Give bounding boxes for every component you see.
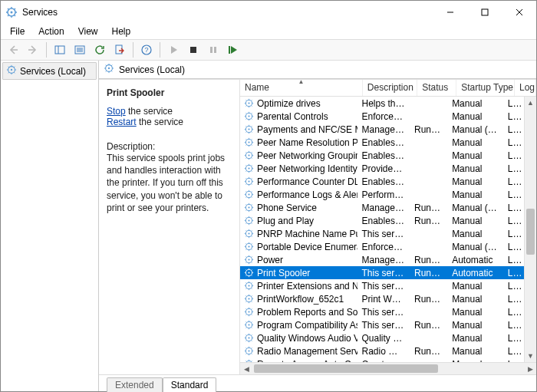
svg-point-54 xyxy=(248,298,249,299)
export-button[interactable] xyxy=(110,41,129,58)
service-row[interactable]: Performance Logs & AlertsPerformanc...Ma… xyxy=(240,188,524,201)
svg-point-46 xyxy=(248,245,249,247)
service-row[interactable]: Quality Windows Audio Vid...Quality Win.… xyxy=(240,331,524,344)
svg-point-34 xyxy=(248,167,249,169)
service-logon: Loc xyxy=(503,176,524,187)
service-row[interactable]: Parental ControlsEnforces pa...ManualLoc xyxy=(240,110,524,123)
service-row[interactable]: Payments and NFC/SE Man...Manages pa...R… xyxy=(240,123,524,136)
service-row[interactable]: Plug and PlayEnables a c...RunningManual… xyxy=(240,214,524,227)
svg-point-56 xyxy=(248,311,249,312)
gear-icon xyxy=(243,281,254,292)
scroll-down-icon[interactable]: ▼ xyxy=(525,350,536,362)
col-description[interactable]: Description xyxy=(363,80,417,96)
service-row[interactable]: PNRP Machine Name Publi...This service .… xyxy=(240,227,524,240)
restart-suffix: the service xyxy=(137,117,183,127)
pause-service-button[interactable] xyxy=(204,41,222,58)
col-logon[interactable]: Log xyxy=(515,80,536,96)
service-row[interactable]: Print SpoolerThis service ...RunningAuto… xyxy=(240,266,524,279)
svg-rect-16 xyxy=(210,47,212,53)
minimize-button[interactable] xyxy=(433,2,467,23)
service-row[interactable]: Printer Extensions and Notif...This serv… xyxy=(240,279,524,292)
svg-point-32 xyxy=(248,154,249,156)
tab-standard[interactable]: Standard xyxy=(163,377,217,392)
col-startup[interactable]: Startup Type xyxy=(456,80,515,96)
service-desc: Quality Win... xyxy=(357,333,410,344)
svg-point-48 xyxy=(248,259,249,260)
svg-point-40 xyxy=(248,206,249,208)
scroll-left-icon[interactable]: ◀ xyxy=(240,363,252,374)
restart-service-link[interactable]: Restart xyxy=(107,117,137,127)
scroll-thumb[interactable] xyxy=(254,364,438,373)
gear-icon xyxy=(243,111,254,122)
service-desc: Radio Mana... xyxy=(357,346,410,357)
service-name: Radio Management Service xyxy=(257,346,357,357)
service-desc: Helps the c... xyxy=(357,98,410,109)
service-row[interactable]: Peer Networking Identity M...Provides id… xyxy=(240,162,524,175)
service-row[interactable]: Program Compatibility Assi...This servic… xyxy=(240,318,524,331)
forward-button[interactable] xyxy=(24,41,42,58)
help-button[interactable]: ? xyxy=(137,41,156,58)
maximize-button[interactable] xyxy=(467,2,502,23)
service-row[interactable]: Peer Name Resolution Prot...Enables serv… xyxy=(240,136,524,149)
menu-view[interactable]: View xyxy=(72,25,104,38)
service-row[interactable]: Radio Management ServiceRadio Mana...Run… xyxy=(240,344,524,357)
properties-button[interactable] xyxy=(71,41,89,58)
list-scroll[interactable]: Optimize drivesHelps the c...ManualLocPa… xyxy=(240,97,524,362)
service-status: Running xyxy=(410,346,447,357)
service-logon: Loc xyxy=(503,320,524,331)
scroll-right-icon[interactable]: ▶ xyxy=(524,363,536,374)
services-window: Services File Action View Help ? xyxy=(0,0,537,392)
svg-point-50 xyxy=(248,272,249,273)
refresh-button[interactable] xyxy=(91,41,109,58)
col-status[interactable]: Status xyxy=(417,80,456,96)
service-startup: Manual (Trig... xyxy=(447,242,503,252)
service-startup: Manual xyxy=(447,111,503,122)
service-name: Portable Device Enumerator... xyxy=(257,242,357,252)
svg-point-24 xyxy=(248,102,249,104)
service-desc: This service ... xyxy=(357,320,410,331)
service-desc: This service ... xyxy=(357,229,410,239)
selected-service-title: Print Spooler xyxy=(107,87,232,98)
service-desc: This service ... xyxy=(357,307,410,318)
sort-asc-icon: ▲ xyxy=(298,80,304,85)
gear-icon xyxy=(243,333,254,344)
restart-service-line: Restart the service xyxy=(107,117,232,127)
horizontal-scrollbar[interactable]: ◀ ▶ xyxy=(240,362,536,374)
col-name[interactable]: ▲ Name xyxy=(240,80,363,96)
col-name-label: Name xyxy=(245,82,269,93)
tree-root-item[interactable]: Services (Local) xyxy=(2,62,97,80)
svg-point-38 xyxy=(248,193,249,195)
scroll-up-icon[interactable]: ▲ xyxy=(525,97,536,109)
close-button[interactable] xyxy=(502,2,536,23)
service-row[interactable]: Phone ServiceManages th...RunningManual … xyxy=(240,201,524,214)
menu-file[interactable]: File xyxy=(4,25,31,38)
service-logon: Loc xyxy=(503,307,524,318)
service-logon: Loc xyxy=(503,203,524,213)
service-row[interactable]: Optimize drivesHelps the c...ManualLoc xyxy=(240,97,524,110)
service-desc: Enables a c... xyxy=(357,216,410,226)
service-row[interactable]: PrintWorkflow_652c1Print WorkflRunningMa… xyxy=(240,292,524,305)
service-startup: Manual xyxy=(447,229,503,239)
show-hide-tree-button[interactable] xyxy=(51,41,69,58)
gear-icon xyxy=(243,163,254,174)
service-row[interactable]: Problem Reports and Soluti...This servic… xyxy=(240,305,524,318)
service-row[interactable]: Peer Networking GroupingEnables mul...Ma… xyxy=(240,149,524,162)
stop-service-link[interactable]: Stop xyxy=(107,106,126,117)
service-logon: Loc xyxy=(503,150,524,161)
service-row[interactable]: Performance Counter DLL ...Enables rem..… xyxy=(240,175,524,188)
stop-service-button[interactable] xyxy=(184,41,203,58)
service-startup: Manual xyxy=(447,320,503,331)
menu-help[interactable]: Help xyxy=(106,25,137,38)
service-row[interactable]: PowerManages p...RunningAutomaticLoc xyxy=(240,253,524,266)
back-button[interactable] xyxy=(4,41,22,58)
scroll-thumb[interactable] xyxy=(526,209,535,255)
vertical-scrollbar[interactable]: ▲ ▼ xyxy=(524,97,536,362)
scroll-track[interactable] xyxy=(252,363,524,374)
tab-extended[interactable]: Extended xyxy=(107,377,163,392)
service-row[interactable]: Portable Device Enumerator...Enforces gr… xyxy=(240,240,524,253)
menu-action[interactable]: Action xyxy=(32,25,70,38)
restart-service-button[interactable] xyxy=(224,41,242,58)
scroll-track[interactable] xyxy=(525,109,536,350)
start-service-button[interactable] xyxy=(164,41,183,58)
gear-icon xyxy=(6,64,17,77)
